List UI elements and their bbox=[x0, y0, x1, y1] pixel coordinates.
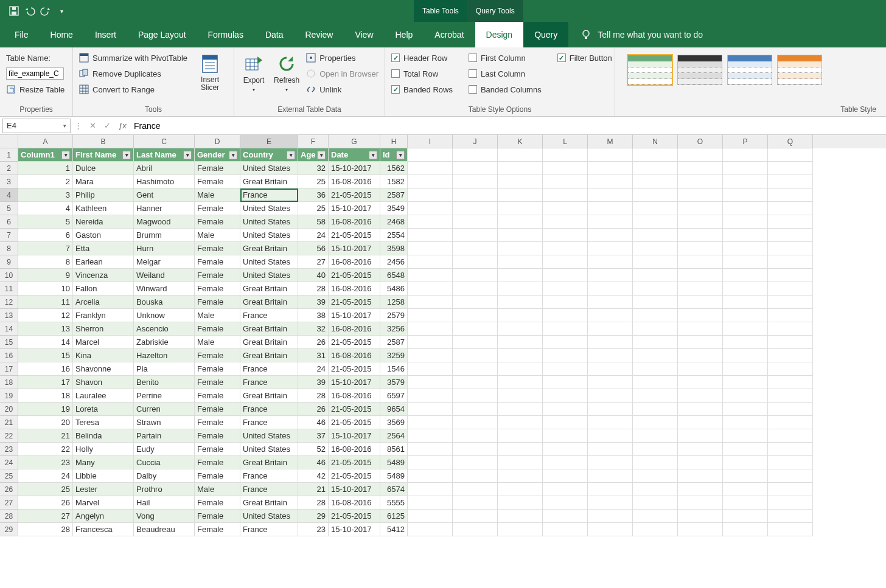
cell[interactable] bbox=[723, 269, 768, 282]
cell[interactable] bbox=[408, 229, 453, 242]
cell[interactable] bbox=[588, 456, 633, 469]
cell[interactable]: United States bbox=[240, 255, 298, 269]
cell[interactable]: 42 bbox=[298, 469, 329, 483]
cell[interactable] bbox=[408, 309, 453, 322]
cell[interactable]: United States bbox=[240, 510, 298, 523]
formula-input[interactable] bbox=[130, 119, 886, 133]
cell[interactable]: 16-08-2016 bbox=[329, 175, 380, 189]
cell[interactable] bbox=[498, 443, 543, 456]
cell[interactable]: Strawn bbox=[134, 416, 195, 429]
cell[interactable]: Holly bbox=[73, 443, 134, 456]
cell[interactable]: 2579 bbox=[380, 309, 408, 322]
cell[interactable] bbox=[498, 175, 543, 189]
cell[interactable]: 13 bbox=[18, 322, 73, 336]
cell[interactable] bbox=[678, 403, 723, 416]
cell[interactable]: 2468 bbox=[380, 215, 408, 229]
cell[interactable] bbox=[588, 282, 633, 296]
cell[interactable]: Arcelia bbox=[73, 296, 134, 309]
table-header-cell[interactable]: Gender bbox=[195, 148, 240, 162]
cell[interactable]: 5 bbox=[18, 215, 73, 229]
cell[interactable]: 46 bbox=[298, 456, 329, 469]
cell[interactable] bbox=[678, 456, 723, 469]
cell[interactable] bbox=[768, 189, 813, 202]
cell[interactable]: 15-10-2017 bbox=[329, 242, 380, 255]
cell[interactable] bbox=[453, 242, 498, 255]
cell[interactable] bbox=[498, 376, 543, 389]
cell[interactable] bbox=[588, 175, 633, 189]
cell[interactable]: 46 bbox=[298, 416, 329, 429]
cell[interactable] bbox=[453, 255, 498, 269]
cell[interactable]: 15-10-2017 bbox=[329, 429, 380, 443]
ribbon-tab-view[interactable]: View bbox=[344, 22, 384, 47]
cell[interactable]: Dalby bbox=[134, 469, 195, 483]
column-header-D[interactable]: D bbox=[195, 135, 240, 148]
cell[interactable] bbox=[588, 336, 633, 349]
cell[interactable] bbox=[633, 456, 678, 469]
table-header-cell[interactable] bbox=[588, 148, 633, 162]
cell[interactable]: Female bbox=[195, 376, 240, 389]
cell[interactable] bbox=[633, 443, 678, 456]
cell[interactable]: Hashimoto bbox=[134, 175, 195, 189]
cell[interactable] bbox=[723, 469, 768, 483]
cell[interactable]: Female bbox=[195, 255, 240, 269]
fx-icon[interactable]: ƒx bbox=[114, 121, 130, 130]
banded-rows-checkbox[interactable] bbox=[391, 85, 400, 94]
cell[interactable] bbox=[678, 215, 723, 229]
cell[interactable]: Angelyn bbox=[73, 510, 134, 523]
cell[interactable]: 16-08-2016 bbox=[329, 322, 380, 336]
column-header-E[interactable]: E bbox=[240, 135, 298, 148]
cell[interactable] bbox=[588, 242, 633, 255]
cell[interactable]: 1562 bbox=[380, 162, 408, 175]
cell[interactable]: 6574 bbox=[380, 483, 408, 496]
table-header-cell[interactable]: Column1 bbox=[18, 148, 73, 162]
cell[interactable] bbox=[408, 202, 453, 215]
cell[interactable]: 1546 bbox=[380, 362, 408, 376]
cell[interactable]: 28 bbox=[298, 496, 329, 510]
cell[interactable]: Belinda bbox=[73, 429, 134, 443]
cell[interactable] bbox=[453, 309, 498, 322]
cell[interactable] bbox=[543, 269, 588, 282]
cell[interactable]: 58 bbox=[298, 215, 329, 229]
cell[interactable]: Libbie bbox=[73, 469, 134, 483]
cell[interactable]: Great Britain bbox=[240, 496, 298, 510]
cell[interactable] bbox=[588, 429, 633, 443]
cell[interactable] bbox=[453, 443, 498, 456]
cell[interactable]: France bbox=[240, 309, 298, 322]
cell[interactable] bbox=[768, 429, 813, 443]
row-header[interactable]: 4 bbox=[0, 189, 18, 202]
cell[interactable] bbox=[633, 376, 678, 389]
cell[interactable]: Lauralee bbox=[73, 389, 134, 403]
cell[interactable] bbox=[543, 255, 588, 269]
cell[interactable]: Earlean bbox=[73, 255, 134, 269]
cell[interactable]: 2456 bbox=[380, 255, 408, 269]
cell[interactable] bbox=[678, 175, 723, 189]
cell[interactable]: Melgar bbox=[134, 255, 195, 269]
unlink-button[interactable]: Unlink bbox=[306, 83, 378, 96]
row-header[interactable]: 24 bbox=[0, 456, 18, 469]
table-header-cell[interactable]: Country bbox=[240, 148, 298, 162]
cell[interactable]: Female bbox=[195, 282, 240, 296]
cell[interactable] bbox=[588, 296, 633, 309]
cell[interactable] bbox=[723, 202, 768, 215]
cell[interactable]: Male bbox=[195, 189, 240, 202]
filter-dropdown-icon[interactable] bbox=[229, 151, 237, 159]
cell[interactable] bbox=[498, 469, 543, 483]
table-header-cell[interactable]: Id bbox=[380, 148, 408, 162]
remove-duplicates-button[interactable]: Remove Duplicates bbox=[79, 67, 187, 80]
cell[interactable] bbox=[768, 496, 813, 510]
cell[interactable]: Female bbox=[195, 162, 240, 175]
cell[interactable] bbox=[498, 162, 543, 175]
cell[interactable]: 2 bbox=[18, 175, 73, 189]
row-header[interactable]: 12 bbox=[0, 296, 18, 309]
cell[interactable] bbox=[588, 229, 633, 242]
cell[interactable] bbox=[588, 523, 633, 536]
cell[interactable]: United States bbox=[240, 429, 298, 443]
column-header-N[interactable]: N bbox=[633, 135, 678, 148]
table-header-cell[interactable]: First Name bbox=[73, 148, 134, 162]
cell[interactable] bbox=[543, 322, 588, 336]
cell[interactable]: Vincenza bbox=[73, 269, 134, 282]
cell[interactable] bbox=[723, 282, 768, 296]
cell[interactable] bbox=[588, 496, 633, 510]
save-icon[interactable] bbox=[9, 5, 19, 16]
cell[interactable] bbox=[453, 483, 498, 496]
